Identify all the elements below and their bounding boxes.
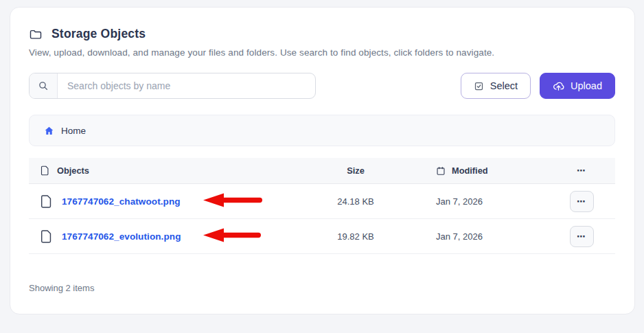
- object-size: 19.82 KB: [304, 231, 407, 242]
- upload-button-label: Upload: [571, 80, 602, 91]
- toolbar: Select Upload: [29, 73, 615, 99]
- object-name-cell: 1767747062_chatwoot.png: [29, 192, 304, 211]
- cloud-upload-icon: [553, 80, 564, 92]
- row-more-button[interactable]: ⋯: [570, 191, 594, 212]
- folder-icon: [29, 27, 43, 41]
- column-header-modified-label: Modified: [452, 165, 488, 176]
- select-button[interactable]: Select: [461, 73, 531, 99]
- table-row: 1767747062_evolution.png 19.82 KB Jan 7,…: [29, 219, 615, 254]
- column-header-size: Size: [304, 165, 407, 176]
- object-size: 24.18 KB: [304, 196, 407, 207]
- table-row: 1767747062_chatwoot.png 24.18 KB Jan 7, …: [29, 184, 615, 219]
- column-header-objects: Objects: [29, 165, 304, 176]
- page-title: Storage Objects: [51, 27, 146, 41]
- checkbox-check-icon: [474, 81, 484, 91]
- column-header-actions: ⋯: [548, 165, 615, 176]
- file-icon: [41, 229, 52, 244]
- breadcrumb: Home: [29, 115, 615, 146]
- table-header-row: Objects Size Modified ⋯: [29, 158, 615, 184]
- object-link[interactable]: 1767747062_evolution.png: [62, 231, 181, 242]
- objects-table: Objects Size Modified ⋯: [29, 158, 615, 254]
- search-icon[interactable]: [30, 73, 58, 98]
- items-count: Showing 2 items: [29, 283, 615, 293]
- object-modified: Jan 7, 2026: [407, 196, 548, 207]
- home-icon: [44, 126, 54, 136]
- object-actions-cell: ⋯: [548, 191, 615, 212]
- page-subtitle: View, upload, download, and manage your …: [29, 47, 615, 58]
- calendar-icon: [436, 166, 446, 176]
- column-header-objects-label: Objects: [57, 165, 89, 176]
- storage-objects-card: Storage Objects View, upload, download, …: [10, 7, 635, 314]
- object-link[interactable]: 1767747062_chatwoot.png: [62, 196, 181, 207]
- upload-button[interactable]: Upload: [540, 73, 615, 99]
- breadcrumb-home[interactable]: Home: [61, 126, 86, 136]
- file-icon: [41, 194, 52, 209]
- card-header: Storage Objects: [29, 27, 615, 41]
- select-button-label: Select: [490, 80, 518, 91]
- search-input[interactable]: [58, 73, 315, 98]
- object-modified: Jan 7, 2026: [407, 231, 548, 242]
- column-header-modified: Modified: [407, 165, 548, 176]
- red-left-arrow: [203, 192, 264, 211]
- row-more-button[interactable]: ⋯: [570, 226, 594, 247]
- file-icon: [41, 165, 49, 176]
- red-left-arrow: [203, 227, 262, 246]
- object-actions-cell: ⋯: [548, 226, 615, 247]
- search-box: [29, 73, 316, 99]
- toolbar-buttons: Select Upload: [461, 73, 615, 99]
- object-name-cell: 1767747062_evolution.png: [29, 227, 304, 246]
